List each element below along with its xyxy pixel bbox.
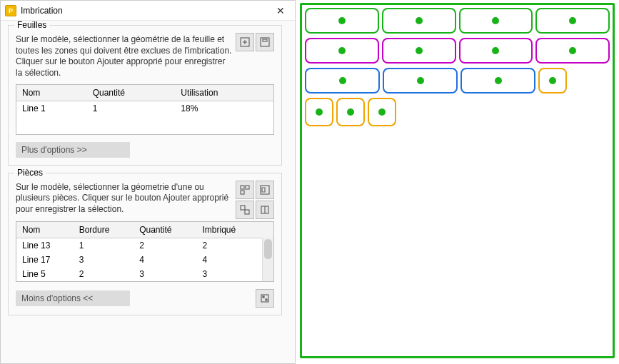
piece-origin-dot — [338, 17, 346, 24]
table-row[interactable]: Line 17344 — [16, 253, 273, 267]
piece-origin-dot — [339, 77, 346, 84]
svg-rect-5 — [241, 186, 244, 189]
add-piece-icon[interactable] — [236, 181, 254, 199]
nested-piece — [305, 68, 380, 93]
section-feuilles-title: Feuilles — [14, 21, 49, 30]
piece-origin-dot — [569, 17, 576, 24]
panel-scroll[interactable]: Feuilles Sur le modèle, sélectionner la … — [1, 21, 295, 363]
svg-rect-7 — [241, 191, 244, 194]
pieces-table-scrollbar[interactable] — [262, 238, 273, 281]
nesting-panel: P Imbrication ✕ Feuilles Sur le modèle, … — [0, 0, 296, 364]
piece-origin-dot — [416, 17, 423, 24]
section-feuilles: Feuilles Sur le modèle, sélectionner la … — [8, 25, 282, 166]
nested-row — [305, 38, 610, 64]
app-icon: P — [5, 5, 16, 16]
pieces-settings-icon[interactable] — [256, 289, 274, 308]
nested-row — [305, 98, 610, 126]
piece-origin-dot — [495, 77, 502, 84]
section-pieces: Pièces Sur le modèle, sélectionner la gé… — [8, 173, 282, 315]
titlebar: P Imbrication ✕ — [1, 1, 295, 21]
feuilles-col-quantite[interactable]: Quantité — [87, 85, 176, 101]
nested-piece — [459, 8, 533, 34]
nested-piece — [535, 8, 610, 34]
nested-piece — [538, 68, 567, 93]
remove-sheet-icon[interactable] — [256, 33, 274, 51]
nested-piece — [305, 98, 333, 126]
piece-origin-dot — [378, 108, 386, 116]
feuilles-table[interactable]: Nom Quantité Utilisation Line 1118% — [16, 84, 274, 135]
svg-rect-10 — [245, 210, 249, 214]
piece-origin-dot — [569, 47, 576, 54]
nested-row — [305, 8, 610, 34]
piece-origin-dot — [417, 77, 424, 84]
svg-rect-14 — [263, 296, 264, 298]
table-row[interactable]: Line 13122 — [16, 238, 273, 253]
feuilles-col-nom[interactable]: Nom — [16, 85, 87, 101]
nested-piece — [305, 8, 379, 34]
pieces-col-bordure[interactable]: Bordure — [74, 222, 134, 238]
pieces-col-quantite[interactable]: Quantité — [134, 222, 196, 238]
nested-piece — [459, 38, 533, 64]
svg-rect-15 — [266, 299, 267, 300]
piece-origin-dot — [416, 47, 423, 54]
pieces-less-options-button[interactable]: Moins d'options << — [16, 290, 130, 306]
pieces-action-1-icon[interactable] — [236, 201, 254, 219]
nested-piece — [535, 38, 610, 64]
nesting-preview — [296, 0, 619, 364]
close-button[interactable]: ✕ — [271, 4, 291, 18]
nested-piece — [336, 98, 365, 126]
piece-origin-dot — [316, 108, 323, 116]
piece-origin-dot — [549, 77, 556, 84]
piece-origin-dot — [338, 47, 346, 54]
panel-title: Imbrication — [21, 6, 271, 16]
pieces-col-imbrique[interactable]: Imbriqué — [197, 222, 274, 238]
section-pieces-title: Pièces — [14, 168, 46, 178]
nested-piece — [368, 98, 396, 126]
table-row[interactable]: Line 5233 — [16, 267, 273, 281]
piece-origin-dot — [492, 17, 499, 24]
feuilles-more-options-button[interactable]: Plus d'options >> — [16, 142, 130, 158]
add-piece-from-selection-icon[interactable] — [256, 181, 274, 199]
nested-piece — [461, 68, 535, 93]
sheet-outline — [300, 3, 615, 358]
nested-piece — [305, 38, 379, 64]
pieces-col-nom[interactable]: Nom — [16, 222, 74, 238]
nested-piece — [383, 68, 458, 93]
svg-rect-6 — [246, 186, 249, 189]
piece-origin-dot — [492, 47, 499, 54]
table-row[interactable]: Line 1118% — [16, 101, 274, 116]
svg-rect-4 — [263, 39, 267, 41]
pieces-table[interactable]: Nom Bordure Quantité Imbriqué Line 13122… — [16, 222, 273, 281]
add-sheet-icon[interactable] — [236, 33, 254, 51]
piece-origin-dot — [347, 108, 354, 116]
svg-rect-9 — [241, 206, 245, 210]
nested-row — [305, 68, 610, 93]
feuilles-col-utilisation[interactable]: Utilisation — [175, 85, 273, 101]
nested-piece — [382, 38, 456, 64]
pieces-action-2-icon[interactable] — [256, 201, 274, 219]
nested-piece — [382, 8, 456, 34]
